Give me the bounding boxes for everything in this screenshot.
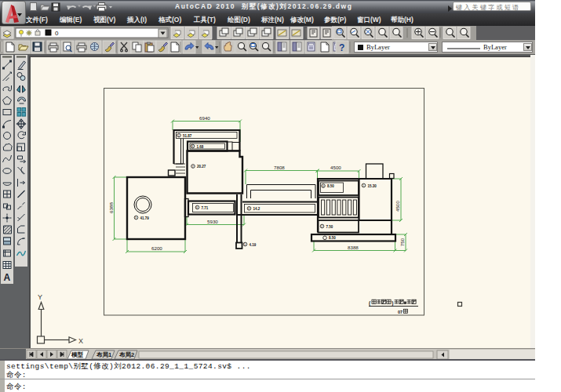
svg-text:51.87: 51.87 <box>183 134 192 138</box>
svg-text:4500: 4500 <box>395 201 400 212</box>
svg-text:6940: 6940 <box>199 115 210 121</box>
svg-text:2: 2 <box>178 134 180 137</box>
svg-text:8.50: 8.50 <box>329 236 336 240</box>
svg-text:Y: Y <box>38 293 42 301</box>
svg-text:8388: 8388 <box>348 245 359 250</box>
svg-text:20.27: 20.27 <box>197 165 206 169</box>
svg-text:(: ( <box>369 300 371 307</box>
svg-text:1: 1 <box>362 184 364 187</box>
svg-text:1.68: 1.68 <box>197 145 204 149</box>
svg-text:9: 9 <box>135 216 137 220</box>
svg-text:5: 5 <box>244 243 246 246</box>
svg-text:41.79: 41.79 <box>140 216 150 220</box>
svg-text:6: 6 <box>196 206 198 209</box>
svg-text:7.50: 7.50 <box>326 225 333 229</box>
svg-text:7: 7 <box>192 165 194 169</box>
svg-text:07: 07 <box>398 310 403 314</box>
svg-text:X: X <box>78 337 83 345</box>
svg-text:14.2: 14.2 <box>253 207 260 211</box>
svg-text:8: 8 <box>191 145 193 148</box>
svg-text:750: 750 <box>399 238 405 246</box>
svg-text:6388: 6388 <box>108 202 114 213</box>
svg-text:): ) <box>392 300 393 307</box>
svg-text:8.50: 8.50 <box>327 184 334 188</box>
svg-text:6200: 6200 <box>151 245 162 251</box>
svg-text:4500: 4500 <box>330 165 341 170</box>
svg-text:3: 3 <box>322 185 324 188</box>
svg-text:15.30: 15.30 <box>368 184 377 188</box>
svg-text:7.71: 7.71 <box>202 206 209 210</box>
svg-text:4: 4 <box>248 207 250 210</box>
svg-text:5930: 5930 <box>207 219 218 224</box>
svg-text:2: 2 <box>321 225 322 228</box>
svg-text:7808: 7808 <box>274 165 285 170</box>
svg-text:4.19: 4.19 <box>250 243 257 247</box>
